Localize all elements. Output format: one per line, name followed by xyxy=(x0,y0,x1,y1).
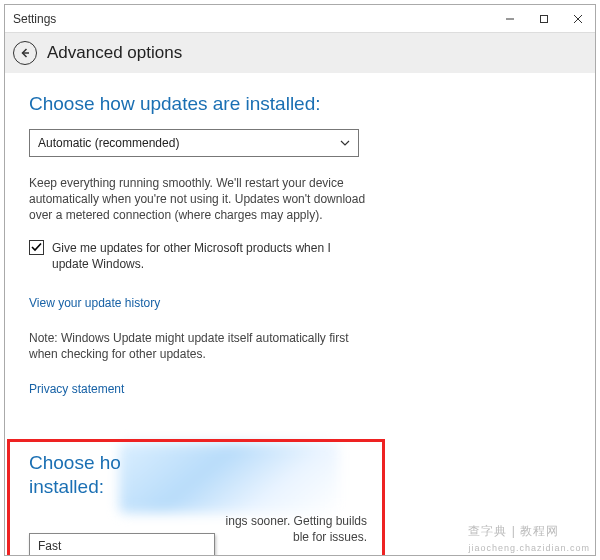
chevron-down-icon xyxy=(340,138,350,148)
page-title: Advanced options xyxy=(47,43,182,63)
svg-rect-1 xyxy=(541,15,548,22)
window-title: Settings xyxy=(5,12,493,26)
checkbox-label: Give me updates for other Microsoft prod… xyxy=(52,240,369,272)
dropdown-value: Automatic (recommended) xyxy=(38,136,340,150)
note-text: Note: Windows Update might update itself… xyxy=(29,330,369,362)
back-button[interactable] xyxy=(13,41,37,65)
close-button[interactable] xyxy=(561,5,595,33)
install-mode-dropdown[interactable]: Automatic (recommended) xyxy=(29,129,359,157)
build-speed-dropdown-open[interactable]: Fast Slow xyxy=(29,533,215,555)
titlebar: Settings xyxy=(5,5,595,33)
minimize-button[interactable] xyxy=(493,5,527,33)
ms-products-checkbox-row[interactable]: Give me updates for other Microsoft prod… xyxy=(29,240,369,272)
checkbox-icon xyxy=(29,240,44,255)
window-controls xyxy=(493,5,595,33)
install-mode-description: Keep everything running smoothly. We'll … xyxy=(29,175,369,224)
section-heading-updates: Choose how updates are installed: xyxy=(29,93,571,115)
privacy-link[interactable]: Privacy statement xyxy=(29,382,571,396)
settings-window: Settings Advanced options Choose how upd… xyxy=(4,4,596,556)
maximize-button[interactable] xyxy=(527,5,561,33)
page-header: Advanced options xyxy=(5,33,595,73)
section-preview-builds: Choose ho installed: xyxy=(29,451,369,499)
watermark-text: 查字典 | 教程网 jiaocheng.chazidian.com xyxy=(468,523,590,554)
dropdown-option-fast[interactable]: Fast xyxy=(30,534,214,555)
section-heading-preview: Choose ho installed: xyxy=(29,451,129,499)
content-area: Choose how updates are installed: Automa… xyxy=(5,73,595,555)
view-history-link[interactable]: View your update history xyxy=(29,296,571,310)
